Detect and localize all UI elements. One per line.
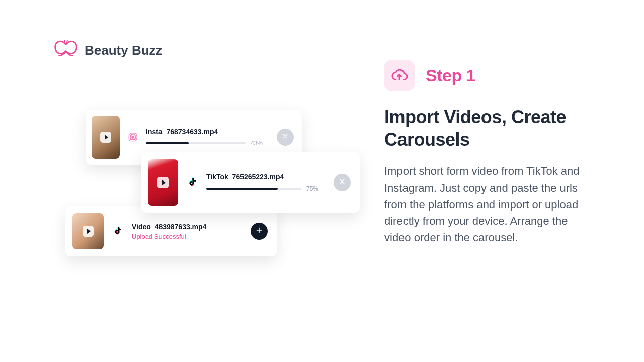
step-badge: Step 1 xyxy=(426,66,475,85)
upload-cards-area: Insta_768734633.mp4 43% T xyxy=(65,110,377,270)
tiktok-icon xyxy=(187,177,197,188)
upload-card: Video_483987633.mp4 Upload Successful xyxy=(65,206,277,256)
progress-percent: 43% xyxy=(251,140,269,147)
close-icon xyxy=(282,133,289,142)
step-headline: Import Videos, Create Carousels xyxy=(384,106,586,151)
step-body: Import short form video from TikTok and … xyxy=(384,163,586,246)
brand-logo: Beauty Buzz xyxy=(54,39,163,61)
play-icon xyxy=(83,226,94,237)
progress-bar xyxy=(146,142,246,144)
step-panel: Step 1 Import Videos, Create Carousels I… xyxy=(384,60,586,246)
cancel-upload-button[interactable] xyxy=(334,174,351,191)
upload-filename: Video_483987633.mp4 xyxy=(132,223,242,231)
cancel-upload-button[interactable] xyxy=(277,129,294,146)
progress-bar xyxy=(206,188,301,190)
add-button[interactable] xyxy=(251,223,268,240)
tiktok-icon xyxy=(113,226,123,236)
play-icon xyxy=(157,177,169,188)
video-thumbnail[interactable] xyxy=(72,213,104,249)
upload-filename: TikTok_765265223.mp4 xyxy=(206,173,325,181)
upload-filename: Insta_768734633.mp4 xyxy=(146,128,269,136)
plus-icon xyxy=(255,226,263,236)
upload-card: TikTok_765265223.mp4 75% xyxy=(141,152,360,213)
upload-status: Upload Successful xyxy=(132,233,242,240)
progress-percent: 75% xyxy=(306,185,325,192)
video-thumbnail[interactable] xyxy=(148,159,178,206)
brand-name: Beauty Buzz xyxy=(85,43,163,58)
butterfly-icon xyxy=(54,39,77,61)
play-icon xyxy=(100,132,111,143)
close-icon xyxy=(339,178,346,187)
cloud-upload-icon xyxy=(384,60,415,90)
svg-point-3 xyxy=(134,135,135,136)
instagram-icon xyxy=(128,132,138,142)
video-thumbnail[interactable] xyxy=(92,116,120,159)
